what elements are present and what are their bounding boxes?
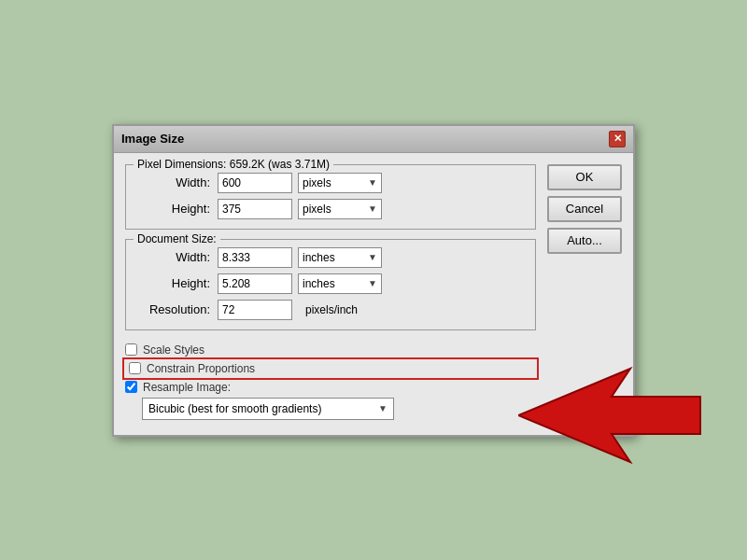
background: Image Size ✕ Pixel Dimensions: 659.2K (w… — [0, 0, 747, 560]
cancel-button[interactable]: Cancel — [547, 196, 622, 222]
doc-width-unit-dropdown[interactable]: inches ▼ — [298, 247, 382, 268]
dropdown-arrow-icon: ▼ — [368, 203, 377, 214]
scale-styles-label: Scale Styles — [143, 343, 204, 357]
pixel-width-row: Width: pixels ▼ — [135, 173, 526, 193]
pixel-width-unit-dropdown[interactable]: pixels ▼ — [298, 173, 382, 193]
doc-width-label: Width: — [135, 250, 210, 264]
pixel-width-label: Width: — [135, 175, 210, 189]
dropdown-arrow-icon: ▼ — [368, 252, 377, 262]
pixel-height-unit-dropdown[interactable]: pixels ▼ — [298, 199, 382, 219]
dropdown-arrow-icon: ▼ — [368, 278, 377, 288]
auto-button[interactable]: Auto... — [547, 228, 622, 254]
constrain-proportions-checkbox[interactable] — [129, 362, 141, 374]
bicubic-dropdown[interactable]: Bicubic (best for smooth gradients) ▼ — [142, 398, 394, 420]
ok-button[interactable]: OK — [547, 164, 622, 190]
bicubic-dropdown-arrow-icon: ▼ — [378, 403, 388, 413]
doc-width-row: Width: inches ▼ — [135, 247, 526, 268]
resample-image-row: Resample Image: — [125, 381, 536, 394]
resolution-row: Resolution: pixels/inch — [135, 300, 526, 320]
doc-height-label: Height: — [135, 276, 210, 290]
pixel-dimensions-label: Pixel Dimensions: 659.2K (was 3.71M) — [134, 158, 333, 171]
constrain-proportions-row: Constrain Proportions — [125, 360, 536, 377]
pixel-height-input[interactable] — [218, 199, 292, 219]
pixel-height-label: Height: — [135, 202, 210, 216]
close-button[interactable]: ✕ — [609, 131, 626, 147]
resample-image-label: Resample Image: — [143, 381, 231, 394]
scale-styles-row: Scale Styles — [125, 343, 536, 357]
pixel-dimensions-group: Pixel Dimensions: 659.2K (was 3.71M) Wid… — [125, 164, 536, 230]
doc-height-row: Height: inches ▼ — [135, 273, 526, 294]
doc-height-unit-dropdown[interactable]: inches ▼ — [298, 273, 382, 294]
right-panel: OK Cancel Auto... — [547, 164, 622, 424]
title-bar: Image Size ✕ — [114, 126, 633, 153]
document-size-group: Document Size: Width: inches ▼ Height: — [125, 239, 536, 330]
resolution-unit: pixels/inch — [298, 303, 358, 316]
scale-styles-checkbox[interactable] — [125, 343, 137, 356]
document-size-label: Document Size: — [134, 232, 220, 245]
resolution-input[interactable] — [218, 300, 292, 320]
resolution-label: Resolution: — [135, 302, 210, 316]
dropdown-arrow-icon: ▼ — [368, 177, 377, 188]
dialog-title: Image Size — [121, 132, 184, 146]
pixel-height-row: Height: pixels ▼ — [135, 199, 526, 219]
doc-height-input[interactable] — [218, 273, 292, 294]
image-size-dialog: Image Size ✕ Pixel Dimensions: 659.2K (w… — [112, 124, 635, 437]
pixel-width-input[interactable] — [218, 173, 292, 193]
resample-image-checkbox[interactable] — [125, 381, 137, 393]
left-panel: Pixel Dimensions: 659.2K (was 3.71M) Wid… — [125, 164, 536, 424]
checkboxes-area: Scale Styles Constrain Proportions Resam… — [125, 340, 536, 424]
doc-width-input[interactable] — [218, 247, 292, 268]
constrain-proportions-label: Constrain Proportions — [147, 362, 255, 375]
dialog-content: Pixel Dimensions: 659.2K (was 3.71M) Wid… — [114, 153, 633, 435]
